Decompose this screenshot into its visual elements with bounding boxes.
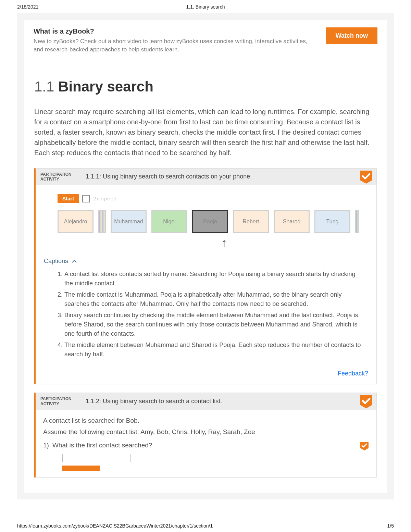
activity2-prompt2: Assume the following contact list: Amy, … — [43, 427, 369, 437]
speed-checkbox[interactable] — [82, 195, 90, 202]
contact-alejandro: Alejandro — [58, 210, 94, 233]
section-heading: 1.1 Binary search — [34, 78, 377, 95]
contact-pooja: Pooja — [192, 210, 228, 233]
promo-banner: What is a zyBook? New to zyBooks? Check … — [24, 20, 387, 61]
chevron-up-icon — [72, 259, 77, 264]
promo-heading: What is a zyBook? — [34, 27, 312, 35]
answer-input[interactable] — [62, 454, 131, 462]
complete-check-icon — [359, 395, 373, 408]
feedback-link[interactable]: Feedback? — [338, 370, 368, 377]
start-button[interactable]: Start — [58, 194, 79, 203]
contact-robert: Robert — [233, 210, 269, 233]
caption-item: The middle contact is Muhammad. Pooja is… — [64, 290, 368, 309]
activity-title: 1.1.2: Using binary search to search a c… — [80, 398, 359, 405]
print-url: https://learn.zybooks.com/zybook/DEANZAC… — [17, 523, 213, 529]
question-text: What is the first contact searched? — [52, 442, 152, 449]
print-title: 1.1. Binary search — [186, 4, 225, 10]
arrow-up-icon: ↑ — [44, 236, 368, 249]
participation-activity-2: PARTICIPATION ACTIVITY 1.1.2: Using bina… — [34, 393, 377, 478]
section-title: Binary search — [58, 78, 153, 95]
question-number: 1) — [43, 442, 49, 449]
caption-item: A contact list stores contacts sorted by… — [64, 270, 368, 288]
print-date: 2/18/2021 — [17, 4, 38, 10]
contact-stack-icon — [355, 210, 359, 233]
caption-item: The middle element between Muhammad and … — [64, 341, 368, 359]
caption-item: Binary search continues by checking the … — [64, 311, 368, 338]
activity-header: PARTICIPATION ACTIVITY 1.1.2: Using bina… — [36, 393, 376, 410]
activity-label: PARTICIPATION ACTIVITY — [36, 169, 80, 185]
activity2-prompt1: A contact list is searched for Bob. — [43, 416, 369, 426]
contacts-row: Alejandro Muhammad Nigel Pooja Robert Sh… — [58, 210, 368, 233]
contact-nigel: Nigel — [151, 210, 187, 233]
activity-title: 1.1.1: Using binary search to search con… — [80, 173, 359, 180]
question-complete-icon — [360, 442, 369, 450]
section-number: 1.1 — [34, 78, 54, 95]
watch-now-button[interactable]: Watch now — [326, 27, 377, 44]
print-page: 1/5 — [387, 523, 394, 529]
contact-stack-icon — [98, 210, 106, 233]
print-footer: https://learn.zybooks.com/zybook/DEANZAC… — [17, 523, 394, 529]
speed-label: 2x speed — [93, 196, 117, 201]
participation-activity-1: PARTICIPATION ACTIVITY 1.1.1: Using bina… — [34, 168, 377, 385]
check-button[interactable] — [62, 466, 100, 471]
captions-list: A contact list stores contacts sorted by… — [44, 270, 368, 359]
activity-label: PARTICIPATION ACTIVITY — [36, 393, 80, 410]
complete-check-icon — [359, 170, 373, 184]
contact-sharod: Sharod — [274, 210, 310, 233]
captions-toggle[interactable]: Captions — [44, 258, 368, 265]
promo-text: New to zyBooks? Check out a short video … — [34, 37, 312, 54]
contact-tung: Tung — [314, 210, 350, 233]
contact-muhammad: Muhammad — [111, 210, 147, 233]
print-header: 2/18/2021 1.1. Binary search — [0, 0, 411, 13]
captions-label: Captions — [44, 258, 68, 265]
section-intro: Linear search may require searching all … — [34, 107, 377, 158]
activity-header: PARTICIPATION ACTIVITY 1.1.1: Using bina… — [36, 169, 376, 185]
